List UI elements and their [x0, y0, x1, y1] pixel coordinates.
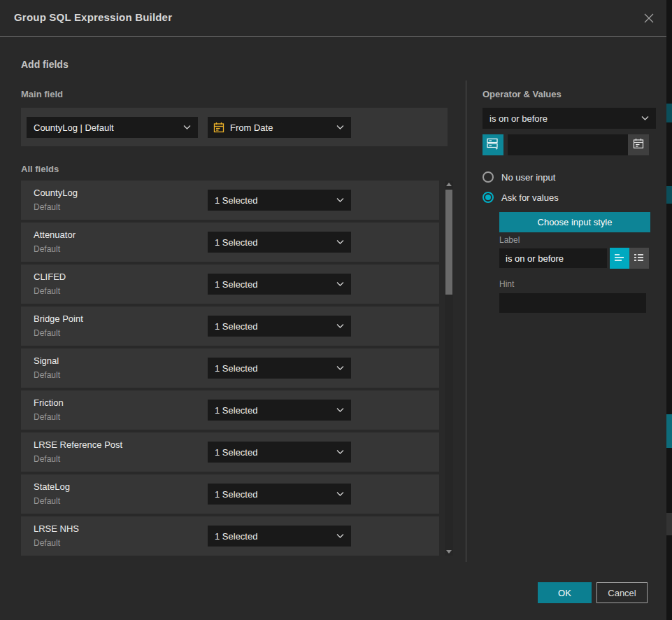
- field-values-select[interactable]: 1 Selected: [208, 316, 351, 337]
- chevron-down-icon: [336, 240, 344, 244]
- align-left-style-button[interactable]: [610, 248, 629, 269]
- hint-input[interactable]: [499, 293, 646, 313]
- field-name: LRSE Reference Post: [34, 439, 122, 450]
- radio-label: No user input: [501, 172, 555, 183]
- chevron-down-icon: [336, 125, 344, 129]
- chevron-down-icon: [336, 534, 344, 538]
- chevron-down-icon: [336, 450, 344, 454]
- main-field-panel: CountyLog | Default From Date: [21, 108, 448, 146]
- field-name: Bridge Point: [34, 313, 83, 324]
- chevron-down-icon: [336, 408, 344, 412]
- choose-input-style-button[interactable]: Choose input style: [499, 212, 650, 232]
- calendar-picker-button[interactable]: [628, 134, 649, 155]
- stacked-values-icon: [487, 138, 499, 153]
- field-row: CountyLog Default 1 Selected: [21, 181, 439, 220]
- selected-count-value: 1 Selected: [208, 405, 336, 416]
- selected-count-value: 1 Selected: [208, 237, 336, 248]
- calendar-icon: [633, 138, 644, 152]
- list-style-button[interactable]: [629, 248, 649, 269]
- field-name: StateLog: [34, 481, 70, 492]
- field-values-select[interactable]: 1 Selected: [208, 358, 351, 379]
- field-row: LRSE Reference Post Default 1 Selected: [21, 432, 439, 472]
- date-value-input[interactable]: [508, 134, 628, 155]
- chevron-down-icon: [641, 116, 649, 120]
- layer-select[interactable]: CountyLog | Default: [27, 117, 198, 138]
- chevron-down-icon: [336, 492, 344, 496]
- cancel-button[interactable]: Cancel: [596, 582, 648, 603]
- operator-select[interactable]: is on or before: [482, 108, 656, 129]
- field-sublabel: Default: [34, 496, 60, 506]
- selected-count-value: 1 Selected: [208, 447, 336, 458]
- field-name: CountyLog: [34, 188, 78, 198]
- selected-count-value: 1 Selected: [208, 195, 336, 206]
- chevron-down-icon: [336, 366, 344, 370]
- chevron-down-icon: [183, 125, 191, 129]
- radio-no-user-input[interactable]: No user input: [482, 171, 555, 183]
- field-values-select[interactable]: 1 Selected: [208, 190, 351, 211]
- main-field-label: Main field: [21, 89, 63, 99]
- background-fragment: [666, 513, 672, 535]
- field-sublabel: Default: [34, 538, 60, 548]
- all-fields-label: All fields: [21, 164, 59, 174]
- chevron-down-icon: [336, 198, 344, 202]
- selected-count-value: 1 Selected: [208, 489, 336, 500]
- field-name: Signal: [34, 355, 59, 366]
- selected-count-value: 1 Selected: [208, 531, 336, 542]
- background-fragment: [666, 414, 672, 448]
- dialog-title: Group SQL Expression Builder: [14, 11, 172, 23]
- operator-values-heading: Operator & Values: [482, 89, 562, 99]
- selected-count-value: 1 Selected: [208, 363, 336, 374]
- field-values-select[interactable]: 1 Selected: [208, 232, 351, 253]
- ok-button[interactable]: OK: [538, 582, 592, 603]
- field-values-select[interactable]: 1 Selected: [208, 526, 351, 547]
- field-sublabel: Default: [34, 286, 60, 296]
- selected-count-value: 1 Selected: [208, 321, 336, 332]
- radio-selected-icon: [482, 192, 494, 203]
- field-row: LRSE NHS Default 1 Selected: [21, 516, 439, 556]
- chevron-down-icon: [336, 324, 344, 328]
- operator-select-value: is on or before: [482, 113, 641, 124]
- group-sql-expression-builder-dialog: Group SQL Expression Builder Add fields …: [0, 0, 672, 620]
- scroll-up-icon[interactable]: [446, 183, 452, 186]
- hint-field-label: Hint: [499, 279, 514, 289]
- layer-select-value: CountyLog | Default: [27, 122, 183, 133]
- chevron-down-icon: [336, 282, 344, 286]
- field-row: CLIFED Default 1 Selected: [21, 265, 439, 304]
- field-values-select[interactable]: 1 Selected: [208, 484, 351, 505]
- field-row: Friction Default 1 Selected: [21, 390, 439, 430]
- field-sublabel: Default: [34, 370, 60, 380]
- scroll-down-icon[interactable]: [446, 550, 452, 554]
- radio-ask-for-values[interactable]: Ask for values: [482, 191, 559, 204]
- field-name: CLIFED: [34, 272, 66, 282]
- field-row: StateLog Default 1 Selected: [21, 474, 439, 514]
- list-scrollbar[interactable]: [445, 181, 453, 556]
- add-fields-heading: Add fields: [21, 59, 69, 70]
- field-name: Attenuator: [34, 230, 76, 240]
- scrollbar-thumb[interactable]: [445, 190, 452, 295]
- align-left-icon: [614, 252, 625, 265]
- field-sublabel: Default: [34, 412, 60, 422]
- radio-icon: [482, 171, 494, 183]
- field-sublabel: Default: [34, 328, 60, 338]
- radio-label: Ask for values: [501, 192, 559, 203]
- field-values-select[interactable]: 1 Selected: [208, 400, 351, 421]
- selected-count-value: 1 Selected: [208, 279, 336, 290]
- field-sublabel: Default: [34, 244, 60, 254]
- field-values-select[interactable]: 1 Selected: [208, 442, 351, 463]
- dialog-header: Group SQL Expression Builder: [0, 0, 666, 37]
- background-fragment: [666, 186, 672, 204]
- field-sublabel: Default: [34, 454, 60, 464]
- field-name: LRSE NHS: [34, 523, 79, 534]
- field-row: Signal Default 1 Selected: [21, 348, 439, 388]
- close-icon[interactable]: [641, 10, 657, 26]
- field-row: Bridge Point Default 1 Selected: [21, 307, 439, 346]
- field-row: Attenuator Default 1 Selected: [21, 223, 439, 262]
- label-input[interactable]: [499, 248, 607, 268]
- field-select[interactable]: From Date: [208, 117, 351, 138]
- label-field-label: Label: [499, 235, 520, 245]
- section-divider: [466, 80, 466, 562]
- field-values-select[interactable]: 1 Selected: [208, 274, 351, 295]
- background-fragment: [666, 104, 672, 122]
- field-sublabel: Default: [34, 202, 60, 212]
- value-input-type-button[interactable]: [482, 134, 503, 155]
